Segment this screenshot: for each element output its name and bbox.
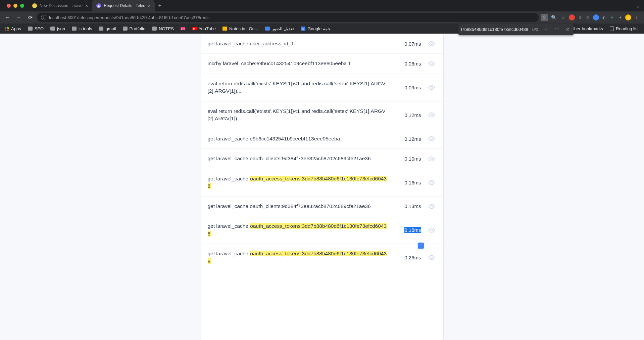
bookmark-item[interactable]: تعديل الصور bbox=[262, 25, 297, 33]
bookmark-item[interactable]: gmail bbox=[96, 25, 118, 33]
bookmark-item[interactable]: NOTES bbox=[149, 25, 177, 33]
redis-command-row: get laravel_cache:oauth_access_tokens:3d… bbox=[201, 216, 443, 244]
reading-list-icon bbox=[610, 26, 614, 31]
bookmark-item[interactable]: Portfolio bbox=[120, 25, 148, 33]
redis-command-row: get laravel_cache:oauth_clients:9d384f73… bbox=[201, 197, 443, 216]
translate-icon[interactable]: 文 bbox=[541, 14, 548, 21]
extension-icon[interactable]: ◎ bbox=[585, 14, 591, 20]
svg-point-7 bbox=[431, 205, 432, 207]
extension-icon[interactable] bbox=[569, 14, 575, 20]
close-tab-icon[interactable]: × bbox=[148, 3, 150, 8]
redis-commands-panel: get laravel_cache:user_address_id_10.07m… bbox=[201, 34, 444, 340]
bookmarks-bar: Apps SEO json js tools gmail Portfolio N… bbox=[0, 24, 644, 34]
back-button[interactable]: ← bbox=[3, 13, 12, 22]
extensions-menu-icon[interactable]: ✦ bbox=[617, 14, 623, 20]
profile-avatar[interactable]: ☺ bbox=[625, 14, 631, 20]
youtube-icon: ▶ bbox=[192, 27, 197, 30]
extensions: ⊘ ◎ ◐ V ✦ ☺ ⋮ bbox=[569, 14, 641, 20]
duration-text: 0.07ms bbox=[394, 41, 421, 47]
bookmark-item[interactable]: GGoogle جمة bbox=[298, 25, 333, 33]
tab-strip: ✓ New Discussion · larave × ◉ Request De… bbox=[0, 0, 644, 11]
bookmark-item[interactable]: js tools bbox=[69, 25, 95, 33]
close-window[interactable] bbox=[7, 4, 11, 8]
find-prev-button[interactable]: ︿ bbox=[542, 26, 549, 33]
reading-list[interactable]: Reading list bbox=[607, 25, 641, 33]
folder-icon bbox=[152, 27, 157, 31]
extension-icon[interactable]: V bbox=[609, 14, 615, 20]
view-details-button[interactable] bbox=[427, 227, 437, 233]
view-details-button[interactable] bbox=[427, 60, 437, 67]
bookmark-star-icon[interactable]: ☆ bbox=[559, 14, 567, 21]
favicon-icon: ◉ bbox=[96, 3, 101, 8]
view-details-button[interactable] bbox=[427, 40, 437, 47]
duration-text: 0.16ms bbox=[394, 227, 421, 233]
svg-point-0 bbox=[431, 43, 432, 45]
command-text: get laravel_cache:oauth_access_tokens:3d… bbox=[208, 175, 389, 190]
apps-label: Apps bbox=[11, 26, 21, 31]
expand-tabs-icon[interactable]: ⌄ bbox=[636, 3, 644, 9]
url-text: localhost:8001/telescope/requests/941aea… bbox=[49, 15, 209, 20]
view-details-button[interactable] bbox=[427, 135, 437, 142]
new-tab-button[interactable]: + bbox=[155, 3, 165, 9]
find-close-button[interactable]: ✕ bbox=[564, 26, 571, 33]
view-details-button[interactable] bbox=[427, 112, 437, 118]
duration-text: 0.12ms bbox=[394, 136, 421, 142]
command-text: get laravel_cache:oauth_clients:9d384f73… bbox=[208, 203, 389, 210]
redis-command-row: get laravel_cache:e9b6cc1432541b9ceebf11… bbox=[201, 129, 443, 149]
reload-button[interactable]: ⟳ bbox=[26, 13, 35, 22]
apps-button[interactable]: Apps bbox=[3, 25, 24, 33]
command-text: get laravel_cache:e9b6cc1432541b9ceebf11… bbox=[208, 135, 389, 142]
command-text: incrby laravel_cache:e9b6cc1432541b9ceeb… bbox=[208, 60, 389, 67]
tab-0[interactable]: ✓ New Discussion · larave × bbox=[28, 0, 92, 11]
bookmark-item[interactable]: json bbox=[48, 25, 68, 33]
bookmark-item[interactable]: SEO bbox=[25, 25, 46, 33]
duration-text: 0.09ms bbox=[394, 85, 421, 90]
redis-command-row: get laravel_cache:user_address_id_10.07m… bbox=[201, 34, 443, 54]
command-text: get laravel_cache:user_address_id_1 bbox=[208, 40, 389, 47]
folder-icon bbox=[28, 27, 33, 31]
duration-text: 0.26ms bbox=[394, 255, 421, 260]
folder-icon bbox=[72, 27, 77, 31]
svg-point-6 bbox=[431, 182, 432, 183]
redis-command-row: eval return redis.call('exists',KEYS[1])… bbox=[201, 101, 443, 129]
browser-chrome: ✓ New Discussion · larave × ◉ Request De… bbox=[0, 0, 644, 34]
tab-title: Request Details - Teles bbox=[104, 3, 145, 8]
minimize-window[interactable] bbox=[13, 4, 17, 8]
tab-title: New Discussion · larave bbox=[40, 3, 83, 8]
view-details-button[interactable] bbox=[427, 84, 437, 91]
duration-text: 0.06ms bbox=[394, 61, 421, 67]
address-bar[interactable]: i localhost:8001/telescope/requests/941a… bbox=[37, 13, 539, 22]
redis-command-row: get laravel_cache:oauth_access_tokens:3d… bbox=[201, 169, 443, 197]
extension-icon[interactable]: ⊘ bbox=[577, 14, 583, 20]
apps-icon bbox=[5, 27, 9, 31]
window-controls bbox=[3, 4, 28, 8]
extension-icon[interactable]: ◐ bbox=[601, 14, 607, 20]
command-text: eval return redis.call('exists',KEYS[1])… bbox=[208, 108, 389, 123]
bookmark-item[interactable]: ZTE bbox=[178, 26, 188, 32]
view-details-button[interactable] bbox=[427, 179, 437, 186]
favicon-icon: ✓ bbox=[32, 3, 37, 8]
redis-command-row: get laravel_cache:oauth_access_tokens:3d… bbox=[201, 244, 443, 271]
bookmark-item[interactable]: ▶YouTube bbox=[189, 25, 218, 33]
site-info-icon[interactable]: i bbox=[41, 15, 46, 20]
forward-button[interactable]: → bbox=[14, 13, 23, 22]
find-query[interactable]: l7b88b480d6f1c130fe73efcd60438 bbox=[461, 27, 528, 32]
duration-text: 0.13ms bbox=[394, 203, 421, 209]
bookmark-item[interactable]: Notes.io | On... bbox=[220, 25, 261, 33]
view-details-button[interactable] bbox=[427, 254, 437, 261]
close-tab-icon[interactable]: × bbox=[85, 3, 88, 8]
image-edit-icon bbox=[265, 27, 270, 31]
maximize-window[interactable] bbox=[20, 4, 24, 8]
find-count: 0/3 bbox=[532, 27, 538, 32]
extension-icon[interactable] bbox=[593, 14, 599, 20]
tab-1[interactable]: ◉ Request Details - Teles × bbox=[92, 0, 155, 11]
menu-icon[interactable]: ⋮ bbox=[633, 14, 639, 20]
svg-point-8 bbox=[431, 229, 432, 231]
command-text: get laravel_cache:oauth_clients:9d384f73… bbox=[208, 155, 389, 162]
search-icon[interactable]: 🔍 bbox=[550, 14, 557, 21]
view-details-button[interactable] bbox=[427, 156, 437, 162]
redis-command-row: eval return redis.call('exists',KEYS[1])… bbox=[201, 74, 443, 101]
svg-point-9 bbox=[431, 257, 432, 258]
view-details-button[interactable] bbox=[427, 203, 437, 210]
find-next-button[interactable]: ﹀ bbox=[553, 26, 560, 33]
